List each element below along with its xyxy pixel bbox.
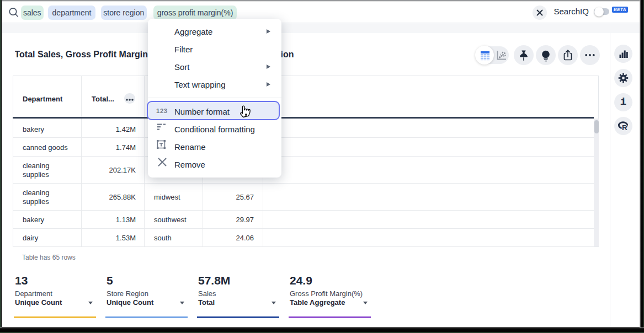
svg-text:R: R: [622, 123, 627, 132]
